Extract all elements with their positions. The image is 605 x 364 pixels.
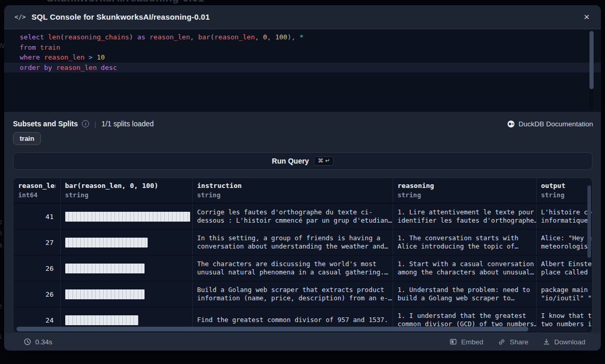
modal-title: SQL Console for SkunkworksAI/reasoning-0… — [32, 12, 210, 21]
modal-footer: 0.34s Embed Share — [4, 333, 601, 351]
query-duration: 0.34s — [24, 338, 52, 346]
footer-actions: Embed Share Download — [450, 338, 585, 346]
download-label: Download — [554, 338, 585, 346]
split-chips: train — [13, 132, 41, 145]
duckdb-icon — [507, 120, 515, 128]
cell-reason-len: 27 — [13, 229, 60, 255]
cell-reasoning: 1. Start with a casual conversation amon… — [393, 255, 536, 281]
code-line[interactable]: select len(reasoning_chains) as reason_l… — [4, 32, 601, 42]
table-row: 26Build a Golang web scraper that extrac… — [13, 281, 592, 307]
embed-label: Embed — [461, 338, 483, 346]
share-button[interactable]: Share — [498, 338, 528, 346]
duckdb-doc-link[interactable]: DuckDB Documentation — [507, 120, 593, 128]
shortcut-kbd: ⌘ ↵ — [314, 156, 334, 166]
sql-editor[interactable]: select len(reasoning_chains) as reason_l… — [4, 30, 601, 112]
bar-visualization — [65, 238, 148, 247]
background-letter: s — [0, 332, 2, 340]
clock-icon — [24, 338, 31, 345]
column-header: instructionstring — [192, 178, 393, 203]
modal-header: </> SQL Console for SkunkworksAI/reasoni… — [4, 5, 601, 29]
background-letter: a — [0, 241, 2, 249]
cell-output: package main "io/ioutil" " — [536, 281, 592, 307]
background-letter: e — [0, 302, 2, 310]
info-icon[interactable]: i — [82, 120, 89, 127]
code-line[interactable]: where reason_len > 10 — [4, 52, 601, 63]
results-table: reason_lenint64bar(reason_len, 0, 100)st… — [13, 178, 593, 333]
column-header: bar(reason_len, 0, 100)string — [60, 178, 192, 203]
query-results: reason_lenint64bar(reason_len, 0, 100)st… — [13, 178, 592, 332]
embed-icon — [450, 338, 457, 345]
cell-bar — [60, 229, 192, 255]
splits-status: 1/1 splits loaded — [102, 120, 154, 128]
bar-visualization — [65, 289, 145, 299]
cell-bar — [60, 281, 192, 307]
cell-reason-len: 26 — [13, 281, 60, 307]
cell-instruction: Build a Golang web scraper that extracts… — [192, 281, 393, 307]
cell-reasoning: 1. Lire attentivement le texte pour iden… — [393, 203, 536, 230]
code-line[interactable]: from train — [4, 42, 601, 53]
column-header: reasoningstring — [393, 178, 536, 203]
cell-instruction: Corrige les fautes d'orthographe du text… — [192, 203, 393, 230]
table-row: 26The characters are discussing the worl… — [13, 255, 592, 281]
code-icon: </> — [15, 13, 26, 21]
embed-button[interactable]: Embed — [450, 338, 483, 346]
cell-output: Alice: "Hey g meteorologist — [536, 229, 592, 255]
bar-visualization — [65, 264, 145, 273]
run-query-label: Run Query — [272, 157, 309, 165]
link-icon — [498, 338, 506, 346]
sql-console-modal: </> SQL Console for SkunkworksAI/reasoni… — [4, 5, 601, 351]
cell-reason-len: 26 — [13, 255, 60, 281]
editor-scrollbar-thumb[interactable] — [589, 31, 594, 89]
download-button[interactable]: Download — [543, 338, 585, 346]
table-row: 27In this setting, a group of friends is… — [13, 229, 592, 255]
download-icon — [543, 338, 550, 345]
editor-scrollbar[interactable] — [589, 31, 594, 109]
background-letter: h — [0, 229, 2, 237]
cell-output: L'histoire co informatique — [536, 203, 592, 230]
cell-bar — [60, 203, 192, 230]
splits-row: Subsets and Splits i | 1/1 splits loaded… — [13, 119, 593, 129]
cell-reasoning: 1. Understand the problem: need to build… — [393, 281, 536, 307]
background-letter: b — [0, 217, 2, 226]
table-horizontal-scrollbar[interactable] — [16, 327, 587, 331]
sql-code[interactable]: select len(reasoning_chains) as reason_l… — [4, 30, 601, 72]
cell-instruction: In this setting, a group of friends is h… — [192, 229, 393, 255]
bar-visualization — [65, 212, 190, 222]
table-hscroll-thumb[interactable] — [17, 327, 528, 331]
cell-reason-len: 41 — [13, 203, 60, 230]
table-vertical-scrollbar[interactable] — [587, 182, 591, 329]
column-header: reason_lenint64 — [13, 178, 60, 203]
table-vscroll-thumb[interactable] — [587, 185, 591, 258]
doc-link-label: DuckDB Documentation — [518, 120, 593, 128]
background-page-title: SkunkworksAI/reasoning-0.01 — [47, 0, 204, 4]
split-chip-train[interactable]: train — [13, 132, 41, 145]
cell-output: Albert Einste place called — [536, 255, 592, 281]
splits-heading: Subsets and Splits — [13, 120, 78, 128]
cell-instruction: The characters are discussing the world'… — [192, 255, 393, 281]
run-query-button[interactable]: Run Query ⌘ ↵ — [13, 152, 593, 170]
code-line[interactable]: order by reason_len desc — [4, 63, 601, 73]
duration-value: 0.34s — [35, 338, 52, 346]
table-header-row: reason_lenint64bar(reason_len, 0, 100)st… — [13, 178, 592, 203]
cell-bar — [60, 255, 192, 281]
column-header: outputstring — [536, 178, 592, 203]
table-row: 41Corrige les fautes d'orthographe du te… — [13, 203, 592, 230]
cell-reasoning: 1. The conversation starts with Alice in… — [393, 229, 536, 255]
share-label: Share — [510, 338, 528, 346]
separator: | — [94, 120, 96, 128]
close-icon[interactable]: × — [581, 11, 593, 23]
bar-visualization — [65, 315, 138, 325]
